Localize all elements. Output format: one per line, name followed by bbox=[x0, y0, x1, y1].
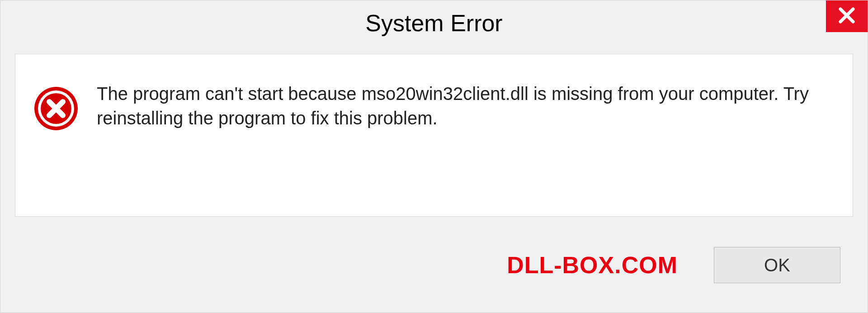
error-dialog: System Error The program can't start bec… bbox=[0, 0, 868, 313]
titlebar: System Error bbox=[0, 0, 868, 46]
dialog-title: System Error bbox=[365, 9, 502, 37]
ok-button[interactable]: OK bbox=[714, 247, 840, 283]
content-panel: The program can't start because mso20win… bbox=[15, 54, 853, 217]
error-message: The program can't start because mso20win… bbox=[97, 81, 830, 130]
dialog-footer: DLL-BOX.COM OK bbox=[0, 231, 868, 313]
error-icon bbox=[33, 86, 79, 131]
close-button[interactable] bbox=[826, 0, 868, 32]
close-icon bbox=[838, 6, 856, 26]
watermark-text: DLL-BOX.COM bbox=[507, 251, 678, 279]
